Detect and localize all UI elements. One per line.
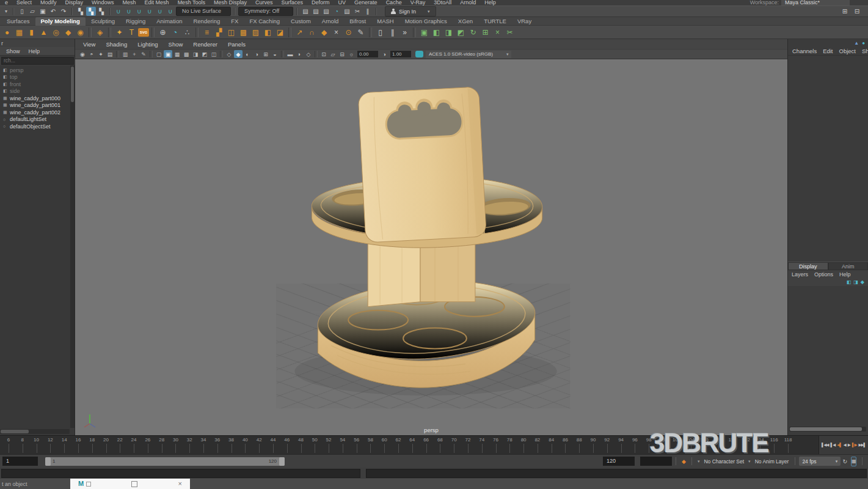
step-forward-key-button[interactable]: ▌▶: [852, 441, 858, 449]
cut-geometry-icon[interactable]: ×: [492, 26, 503, 38]
smooth-icon[interactable]: ▩: [238, 26, 249, 38]
animation-end-field[interactable]: [640, 457, 672, 466]
scrollbar-thumb[interactable]: [790, 427, 862, 431]
joints-xray-icon[interactable]: ◇: [304, 50, 313, 58]
menu-item[interactable]: Display: [61, 0, 88, 6]
menu-item[interactable]: Select: [12, 0, 36, 6]
type-tool-icon[interactable]: T: [126, 26, 137, 38]
motion-blur-icon[interactable]: ◫: [210, 50, 218, 58]
select-hierarchy-icon[interactable]: ▚: [76, 7, 86, 16]
mel-command-input[interactable]: [1, 469, 360, 478]
hud-icon[interactable]: ▬: [286, 50, 294, 58]
layer-next-icon[interactable]: ◨: [853, 279, 858, 285]
xray-icon[interactable]: ◗: [295, 50, 304, 58]
menu-item[interactable]: e: [1, 0, 12, 6]
shelf-tab[interactable]: VRay: [512, 17, 537, 26]
layer-editor-menu-item[interactable]: Layers: [792, 271, 808, 278]
new-scene-icon[interactable]: ▯: [17, 7, 27, 16]
color-managed-icon[interactable]: [415, 51, 423, 57]
scrollbar-thumb[interactable]: [1, 430, 29, 433]
status-collapse-arrow-icon[interactable]: ▾: [2, 9, 10, 14]
set-key-icon[interactable]: ◆: [680, 458, 688, 465]
shelf-tab[interactable]: Motion Graphics: [399, 17, 453, 26]
symmetry-field[interactable]: Symmetry: Off: [238, 7, 293, 16]
command-result-field[interactable]: [366, 469, 867, 478]
shelf-tab[interactable]: FX: [225, 17, 244, 26]
outliner-vertical-scrollbar[interactable]: [70, 65, 75, 428]
outliner-horizontal-scrollbar[interactable]: [0, 429, 70, 434]
loop-mode-icon[interactable]: ↻: [841, 458, 849, 465]
multi-cut-icon[interactable]: ×: [330, 26, 342, 38]
boolean-difference-icon[interactable]: ◧: [431, 26, 442, 38]
maya-app-icon[interactable]: M: [78, 479, 84, 489]
workspace-value[interactable]: Maya Classic*: [781, 0, 850, 6]
render-settings-icon[interactable]: ◔: [332, 7, 341, 16]
channel-box-menu-item[interactable]: Object: [839, 48, 856, 54]
channel-box-menu-item[interactable]: Show: [862, 48, 868, 54]
layer-editor-menu-item[interactable]: Options: [814, 271, 833, 278]
colorspace-dropdown[interactable]: ACES 1.0 SDR-video (sRGB) ▾: [426, 51, 511, 58]
extrude-icon[interactable]: ↗: [294, 26, 305, 38]
object-details-icon[interactable]: ⊟: [338, 50, 346, 58]
reduce-icon[interactable]: ▨: [250, 26, 261, 38]
separate-icon[interactable]: ▞: [213, 26, 225, 38]
layer-prev-icon[interactable]: ◧: [847, 279, 852, 285]
ambient-occlusion-icon[interactable]: ◩: [200, 50, 209, 58]
shelf-tab[interactable]: XGen: [453, 17, 478, 26]
play-backwards-button[interactable]: ◀: [843, 441, 847, 449]
menu-item[interactable]: Modify: [36, 0, 61, 6]
two-d-pan-zoom-icon[interactable]: +: [130, 50, 139, 58]
snap-view-plane-icon[interactable]: ∪: [155, 7, 165, 16]
snap-point-icon[interactable]: ∪: [134, 7, 144, 16]
grease-pencil-icon[interactable]: ✎: [139, 50, 148, 58]
layer-editor-menu-item[interactable]: Help: [839, 271, 851, 278]
depth-of-field-icon[interactable]: ◆: [234, 50, 243, 58]
make-live-icon[interactable]: ∪: [166, 7, 175, 16]
snip-icon[interactable]: ✂: [352, 7, 362, 16]
step-back-key-button[interactable]: ◀▌: [836, 441, 842, 449]
shelf-tab[interactable]: FX Caching: [244, 17, 285, 26]
wireframe-icon[interactable]: ▢: [155, 50, 163, 58]
viewport-menu-item[interactable]: Shading: [106, 41, 127, 48]
maximize-window-icon[interactable]: [131, 481, 137, 487]
outliner-item[interactable]: ◧ top: [0, 74, 75, 81]
viewport-menu-item[interactable]: View: [83, 41, 95, 48]
bevel-icon[interactable]: ◆: [318, 26, 330, 38]
undo-icon[interactable]: ↶: [48, 7, 58, 16]
exposure-field[interactable]: 0.00: [357, 51, 378, 57]
boolean-cube-icon[interactable]: ◩: [455, 26, 467, 38]
poly-disc-icon[interactable]: ◉: [75, 26, 86, 38]
channel-box-horizontal-scrollbar[interactable]: [789, 427, 866, 432]
remesh-icon[interactable]: ◪: [274, 26, 286, 38]
sign-in-dropdown-arrow-icon[interactable]: ▾: [428, 9, 430, 14]
bookmark-icon[interactable]: ▤: [106, 50, 114, 58]
multisample-icon[interactable]: ◇: [225, 50, 233, 58]
channel-slider-icon[interactable]: ●: [862, 40, 865, 46]
pin-panel-icon[interactable]: ⊟: [852, 7, 862, 16]
redo-icon[interactable]: ↷: [59, 7, 68, 16]
layer-editor-tab[interactable]: Anim: [828, 262, 868, 270]
outliner-item[interactable]: ○ defaultObjectSet: [0, 123, 75, 130]
snap-grid-icon[interactable]: ∪: [114, 7, 123, 16]
poly-cube-icon[interactable]: ▦: [13, 26, 25, 38]
live-surface-field[interactable]: No Live Surface: [176, 7, 231, 16]
offset-edge-loop-icon[interactable]: ∥: [387, 26, 398, 38]
anim-layer-dropdown-arrow-icon[interactable]: ▾: [746, 459, 753, 464]
combine-icon[interactable]: ≡: [201, 26, 213, 38]
menu-item[interactable]: Edit Mesh: [140, 0, 173, 6]
quad-draw-icon[interactable]: ✎: [355, 26, 367, 38]
character-set-label[interactable]: No Character Set: [701, 458, 746, 465]
poly-cylinder-icon[interactable]: ▮: [26, 26, 37, 38]
platonic-solid-icon[interactable]: ◈: [94, 26, 106, 38]
image-plane-icon[interactable]: ▥: [121, 50, 129, 58]
pause-viewport-icon[interactable]: ∥: [363, 7, 373, 16]
construction-plane-icon[interactable]: ⊕: [157, 26, 169, 38]
sign-in-button[interactable]: Sign In ▾: [385, 6, 436, 17]
copy-settings-icon[interactable]: ▱: [329, 50, 337, 58]
bridge-icon[interactable]: ∩: [306, 26, 318, 38]
playback-end-field[interactable]: 120: [603, 457, 635, 466]
poly-torus-icon[interactable]: ◎: [50, 26, 62, 38]
svg-tool-icon[interactable]: SVG: [138, 28, 149, 37]
outliner-item[interactable]: ◧ side: [0, 88, 75, 95]
viewport-canvas[interactable]: persp: [75, 59, 787, 435]
